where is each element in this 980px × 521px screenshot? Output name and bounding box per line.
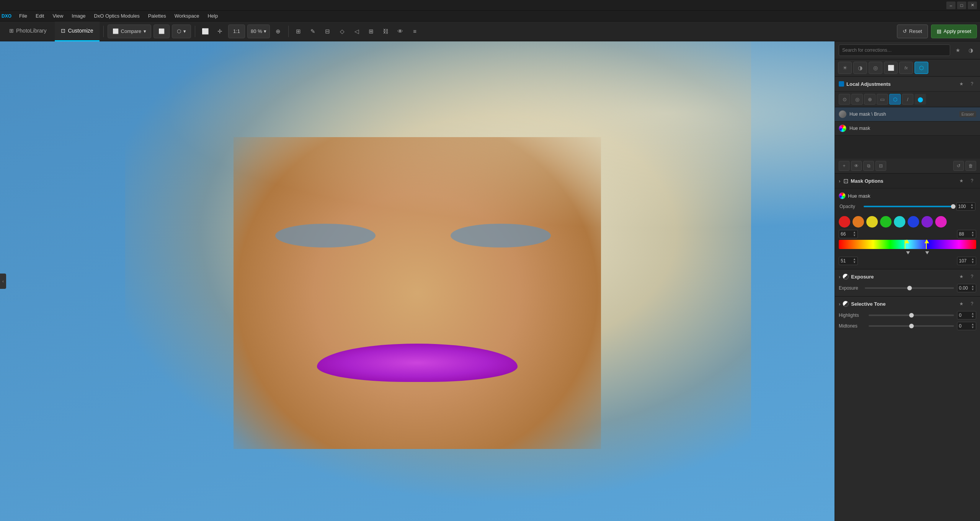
delete-mask-button[interactable]: 🗑 (965, 161, 976, 171)
left-panel-collapse[interactable]: ‹ (0, 274, 6, 289)
grid-button[interactable]: ⊞ (365, 25, 377, 38)
search-star-button[interactable]: ★ (952, 45, 963, 56)
copy-mask-button[interactable]: ⧉ (863, 161, 874, 171)
tool-auto-mask[interactable]: ⬡ (889, 94, 901, 105)
st-help-button[interactable]: ? (968, 300, 976, 308)
perspective-button[interactable]: ◇ (336, 25, 348, 38)
minimize-button[interactable]: – (946, 2, 956, 9)
midtones-arrows[interactable]: ▲ ▼ (971, 323, 974, 329)
lightness-min-spinbox[interactable]: 51 ▲ ▼ (839, 257, 858, 265)
search-toggle-button[interactable]: ◑ (965, 45, 976, 56)
midtones-thumb[interactable] (909, 324, 914, 328)
exposure-star-button[interactable]: ★ (957, 272, 965, 281)
highlights-spinbox[interactable]: 0 ▲ ▼ (957, 311, 976, 319)
hue-min-spinbox[interactable]: 66 ▲ ▼ (839, 230, 858, 238)
mask-options-help-button[interactable]: ? (968, 177, 976, 185)
eyedropper-button[interactable]: ✎ (307, 25, 319, 38)
crosshair-button[interactable]: ✛ (214, 25, 226, 38)
search-input[interactable] (839, 44, 950, 56)
menu-help[interactable]: Help (204, 11, 222, 20)
exposure-spinbox[interactable]: 0.00 ▲ ▼ (957, 284, 976, 292)
tool-show-mask[interactable]: ⊙ (839, 94, 850, 105)
menu-view[interactable]: View (49, 11, 67, 20)
toggle-visibility-button[interactable]: 👁 (851, 161, 862, 171)
opacity-arrows[interactable]: ▲ ▼ (970, 203, 973, 210)
menu-image[interactable]: Image (68, 11, 89, 20)
maximize-button[interactable]: □ (957, 2, 966, 9)
exposure-track[interactable] (865, 287, 954, 289)
copy2-mask-button[interactable]: ⊟ (875, 161, 886, 171)
apply-preset-button[interactable]: ▤ Apply preset (931, 25, 977, 38)
menu-edit[interactable]: Edit (32, 11, 48, 20)
opacity-spinbox[interactable]: 100 ▲ ▼ (956, 202, 975, 211)
swatch-magenta[interactable] (935, 216, 947, 228)
compare-button[interactable]: ⬜ Compare ▾ (108, 25, 151, 38)
swatch-orange[interactable] (853, 216, 864, 228)
zoom-in-button[interactable]: ⊕ (272, 25, 284, 38)
close-button[interactable]: ✕ (968, 2, 977, 9)
mask-options-header[interactable]: › ⊡ Mask Options ★ ? (835, 174, 980, 188)
highlights-track[interactable] (869, 315, 954, 316)
mask-item-hue-brush[interactable]: Hue mask \ Brush Eraser (835, 107, 980, 121)
selective-tone-header[interactable]: › Selective Tone ★ ? (835, 297, 980, 311)
eye-button[interactable]: 👁 (394, 25, 407, 38)
one-to-one-button[interactable]: 1:1 (228, 25, 245, 38)
swatch-purple[interactable] (921, 216, 933, 228)
hue-max-arrows[interactable]: ▲ ▼ (971, 231, 974, 237)
tab-customize[interactable]: ⊡ Customize (55, 21, 99, 41)
mask-options-star-button[interactable]: ★ (957, 177, 965, 185)
tool-erase[interactable]: ⬤ (915, 94, 926, 105)
canvas-area[interactable]: ‹ (0, 41, 835, 521)
exposure-arrows[interactable]: ▲ ▼ (971, 285, 974, 291)
lightness-min-arrows[interactable]: ▲ ▼ (853, 258, 856, 264)
tool-clone[interactable]: ◎ (851, 94, 863, 105)
add-mask-button[interactable]: + (839, 161, 849, 171)
menu-dxo-optics[interactable]: DxO Optics Modules (90, 11, 143, 20)
hue-max-spinbox[interactable]: 88 ▲ ▼ (957, 230, 976, 238)
midtones-track[interactable] (869, 325, 954, 327)
horizon-button[interactable]: ⊟ (322, 25, 334, 38)
swatch-yellow[interactable] (866, 216, 878, 228)
st-star-button[interactable]: ★ (957, 300, 965, 308)
frame-button[interactable]: ⬜ (199, 25, 211, 38)
tool-repair[interactable]: ⊕ (864, 94, 875, 105)
crop-button[interactable]: ⊞ (292, 25, 305, 38)
split-view-button[interactable]: ⬡ ▾ (172, 25, 191, 38)
tab-local-adj[interactable]: ⬡ (915, 62, 928, 74)
highlights-thumb[interactable] (909, 313, 914, 318)
swatch-blue[interactable] (908, 216, 919, 228)
link-button[interactable]: ⛓ (380, 25, 392, 38)
local-adj-help-button[interactable]: ? (968, 80, 976, 88)
zoom-control[interactable]: 80 % ▾ (247, 25, 270, 38)
swatch-green[interactable] (880, 216, 892, 228)
swatch-cyan[interactable] (894, 216, 905, 228)
hue-gradient-bar[interactable] (839, 240, 976, 249)
midtones-spinbox[interactable]: 0 ▲ ▼ (957, 322, 976, 330)
exposure-help-button[interactable]: ? (968, 272, 976, 281)
exposure-header[interactable]: › Exposure ★ ? (835, 269, 980, 284)
menu-workspace[interactable]: Workspace (171, 11, 203, 20)
menu-file[interactable]: File (15, 11, 31, 20)
single-view-button[interactable]: ⬜ (154, 25, 170, 38)
histogram-button[interactable]: ≡ (409, 25, 421, 38)
menu-palettes[interactable]: Palettes (144, 11, 170, 20)
tool-brush[interactable]: / (902, 94, 913, 105)
undo-mask-button[interactable]: ↺ (953, 161, 964, 171)
lightness-max-arrows[interactable]: ▲ ▼ (971, 258, 974, 264)
tab-effects[interactable]: fx (899, 62, 913, 74)
tab-color[interactable]: ◑ (853, 62, 867, 74)
vignette-button[interactable]: ◁ (351, 25, 363, 38)
tab-light[interactable]: ☀ (838, 62, 852, 74)
exposure-thumb[interactable] (907, 286, 912, 290)
highlights-arrows[interactable]: ▲ ▼ (971, 312, 974, 318)
mask-item-hue[interactable]: Hue mask (835, 121, 980, 136)
tab-geometry[interactable]: ⬜ (884, 62, 898, 74)
local-adj-star-button[interactable]: ★ (957, 80, 965, 88)
opacity-down-arrow[interactable]: ▼ (970, 206, 973, 210)
tab-detail[interactable]: ◎ (869, 62, 882, 74)
opacity-track[interactable] (864, 206, 953, 207)
reset-button[interactable]: ↺ Reset (897, 25, 928, 38)
hue-min-arrows[interactable]: ▲ ▼ (853, 231, 856, 237)
opacity-thumb[interactable] (951, 204, 956, 209)
swatch-red[interactable] (839, 216, 850, 228)
